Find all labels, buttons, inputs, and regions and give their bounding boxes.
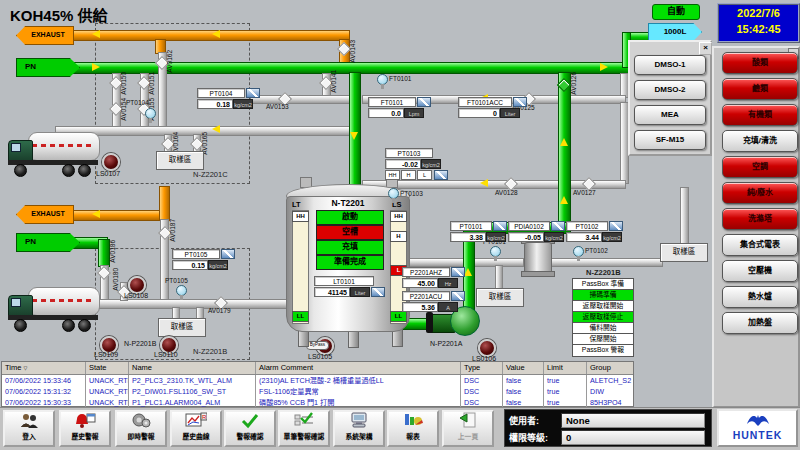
- pn-marker-2: PN: [16, 233, 80, 252]
- col-comment[interactable]: Alarm Comment: [256, 362, 461, 374]
- flyout-btn-mea[interactable]: MEA: [634, 105, 706, 125]
- col-limit[interactable]: Limit: [544, 362, 587, 374]
- av0128-label: AV0128: [495, 189, 518, 196]
- report-button[interactable]: 報表: [387, 410, 439, 447]
- col-group[interactable]: Group: [587, 362, 633, 374]
- capacity-marker: 1000L: [648, 23, 702, 41]
- single-alarm-ack-button[interactable]: 單筆警報確認: [278, 410, 330, 447]
- cell: false: [503, 386, 544, 397]
- p2201acu-unit: A: [438, 302, 458, 312]
- cell: 07/06/2022 15:31:32: [2, 386, 86, 397]
- sidebar-btn-organic[interactable]: 有機類: [722, 104, 798, 126]
- pt0105-tag: PT0105: [172, 249, 220, 259]
- tank-lt-header: LT: [292, 200, 301, 209]
- flow-arrow: [350, 132, 358, 140]
- trend-button[interactable]: [434, 170, 448, 180]
- history-alarm-icon: [74, 412, 96, 429]
- trend-button[interactable]: [246, 88, 260, 98]
- sidebar-btn-alkali[interactable]: 鹼類: [722, 78, 798, 100]
- av0151-label: AV0151: [148, 72, 155, 95]
- trend-button[interactable]: [451, 267, 465, 277]
- cell: ALETCH_S2: [587, 375, 633, 386]
- col-value[interactable]: Value: [503, 362, 544, 374]
- trend-button[interactable]: [451, 291, 465, 301]
- av0179-label: AV0179: [208, 307, 231, 314]
- sidebar-btn-hvac[interactable]: 空調: [722, 156, 798, 178]
- pipe-exhaust-lower: [62, 210, 168, 221]
- pt0103-value: -0.02: [385, 159, 421, 169]
- cell: true: [544, 375, 587, 386]
- sidebar-btn-water[interactable]: 純/廢水: [722, 182, 798, 204]
- cell: FSL-1106定量異常: [256, 386, 461, 397]
- col-state[interactable]: State: [86, 362, 129, 374]
- sidebar-btn-compressor[interactable]: 空壓機: [722, 260, 798, 282]
- pt0104-display: PT0104 0.18kg/cm2: [197, 88, 260, 110]
- tank-state-fill: 充填: [316, 240, 384, 255]
- zone-n-z2201b-label: N-Z2201B: [193, 347, 227, 356]
- col-type[interactable]: Type: [461, 362, 503, 374]
- trend-button[interactable]: [417, 97, 431, 107]
- pt0103-display: PT0103 -0.02kg/cm2 HHHL: [385, 148, 448, 181]
- p2201acu-value: 5.36: [402, 302, 438, 312]
- pt0101-display: PT0101 3.38kg/cm2: [450, 221, 507, 243]
- av0187-label: AV0187: [169, 219, 176, 242]
- flow-arrow: [480, 179, 488, 187]
- sidebar-btn-heater[interactable]: 加熱盤: [722, 312, 798, 334]
- flyout-btn-sfm15[interactable]: SF-M15: [634, 130, 706, 150]
- prev-page-button[interactable]: 上一頁: [442, 410, 494, 447]
- p2201ahz-value: 45.00: [402, 278, 438, 288]
- ls0110-label: LS0110: [154, 351, 178, 358]
- flyout-btn-dmso1[interactable]: DMSO-1: [634, 55, 706, 75]
- realtime-alarm-button[interactable]: 即時警報: [115, 410, 167, 447]
- sidebar-btn-fill-clean[interactable]: 充填/清洗: [722, 130, 798, 152]
- login-icon: [18, 412, 40, 429]
- pt0103-sensor-icon: [388, 188, 399, 199]
- pt0105-value: 0.15: [172, 260, 208, 270]
- sidebar-btn-scrubber[interactable]: 洗滌塔: [722, 208, 798, 230]
- sidebar-btn-boiler[interactable]: 熱水爐: [722, 286, 798, 308]
- pump-b-label: N-P2201B: [124, 340, 156, 347]
- flow-arrow: [464, 268, 472, 276]
- ft0101-sensor-label: FT0101: [389, 75, 411, 82]
- pdia0102-tag: PDIA0102: [508, 221, 550, 231]
- pt0101-sensor-icon: [490, 246, 501, 257]
- trend-button[interactable]: [371, 287, 385, 297]
- trend-button[interactable]: [493, 221, 507, 231]
- ft0101acc-tag: FT0101ACC: [458, 97, 512, 107]
- lt0101-unit: Liter: [350, 287, 370, 297]
- trend-button[interactable]: [609, 221, 623, 231]
- system-arch-icon: [348, 412, 370, 429]
- pt0103-hh-chip: HH: [385, 170, 400, 180]
- sidebar-btn-power-meter[interactable]: 集合式電表: [722, 234, 798, 256]
- sidebar-btn-acid[interactable]: 酸類: [722, 52, 798, 74]
- ls0107-lamp: [102, 153, 120, 171]
- alarm-row[interactable]: 07/06/2022 15:33:46 UNACK_RTN P2_PLC3_23…: [2, 375, 633, 386]
- trend-button[interactable]: [551, 221, 565, 231]
- ls0105-label: LS0105: [308, 353, 332, 360]
- av0153-label: AV0153: [266, 103, 289, 110]
- flyout-btn-dmso2[interactable]: DMSO-2: [634, 80, 706, 100]
- history-alarm-button[interactable]: 歷史警報: [59, 410, 111, 447]
- trend-button[interactable]: [513, 97, 527, 107]
- pipe-tank-right-2: [551, 258, 663, 267]
- cell: DSC: [461, 386, 503, 397]
- alarm-ack-button[interactable]: 警報確認: [224, 410, 276, 447]
- exhaust-marker-2: EXHAUST: [16, 205, 74, 224]
- system-arch-button[interactable]: 系統架構: [333, 410, 385, 447]
- ls-h-chip: H: [390, 231, 407, 242]
- flyout-close-button[interactable]: ×: [699, 42, 712, 55]
- col-name[interactable]: Name: [129, 362, 256, 374]
- lt0101-display: LT0101 41145Liter: [314, 276, 385, 298]
- flow-arrow: [560, 196, 568, 204]
- pt0104-sensor-label: PT0104: [126, 99, 149, 106]
- av0162-label: AV0162: [166, 50, 173, 73]
- trend-button[interactable]: [221, 249, 235, 259]
- login-button[interactable]: 登入: [3, 410, 55, 447]
- history-trend-button[interactable]: R 歷史曲線: [170, 410, 222, 447]
- cell: (2310)AL ETCH混酸-2 桶槽重量過低LL: [256, 375, 461, 386]
- hmi-screen: KOH45% 供給 自動 2022/7/6 15:42:45 N-Z2201C …: [0, 0, 800, 450]
- alarm-row[interactable]: 07/06/2022 15:31:32 UNACK_RTN P2_DIW01.F…: [2, 386, 633, 397]
- col-time[interactable]: Time ▽: [2, 362, 86, 374]
- pt0105-sensor-icon: [176, 285, 187, 296]
- av0150-label: AV0150: [120, 72, 127, 95]
